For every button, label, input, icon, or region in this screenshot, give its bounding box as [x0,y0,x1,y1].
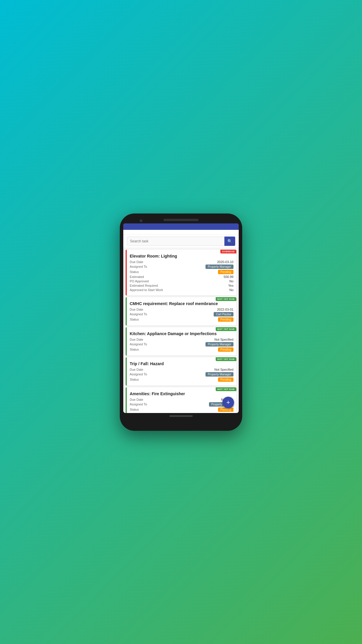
due-date-value: 2022-03-01 [217,308,233,311]
assigned-to-label: Assigned To [130,265,147,268]
due-date-label: Due Date [130,368,143,371]
phone-frame: 🔍 OVERDUE Elevator Room: Lighting Due Da… [120,214,242,431]
search-bar: 🔍 [123,235,239,248]
assignee-badge: Property Manager [205,342,233,346]
task-title: Trip / Fall: Hazard [130,361,233,366]
assignee-badge: Carl Paulse [214,312,233,316]
phone-speaker [164,219,198,221]
task-body: Amenities: Fire Extinguisher Due Date No… [127,387,236,413]
status-badge: NOT YET DUE [216,297,236,301]
phone-home-bar [169,415,193,417]
location-bar [123,230,239,235]
task-body: Elevator Room: Lighting Due Date 2020-03… [127,250,236,295]
task-title: Amenities: Fire Extinguisher [130,391,233,396]
status-badge: NOT YET DUE [216,357,236,361]
assigned-to-label: Assigned To [130,372,147,376]
estimated-value: 500.99 [224,275,233,279]
approved-start-value: No [229,288,233,292]
status-label: Status [130,318,139,321]
pending-badge: Pending [218,317,233,322]
phone-camera [140,219,143,222]
status-badge: OVERDUE [220,250,236,253]
approved-start-row: Approved to Start Work No [130,288,233,292]
po-approved-row: PO Approved No [130,279,233,283]
status-row: Status Pending [130,317,233,322]
status-label: Status [130,348,139,351]
due-date-row: Due Date 2022-03-01 [130,308,233,311]
estimated-required-value: Yes [228,284,233,287]
po-approved-value: No [229,279,233,283]
task-card[interactable]: NOT YET DUE Trip / Fall: Hazard Due Date… [126,357,236,386]
assignee-badge: Property Manager [205,372,233,377]
due-date-row: Due Date Not Specified [130,338,233,341]
assigned-to-label: Assigned To [130,402,147,406]
due-date-label: Due Date [130,308,143,311]
task-title: CMHC requirement: Replace roof membrance [130,301,233,306]
phone-screen: 🔍 OVERDUE Elevator Room: Lighting Due Da… [123,223,239,413]
due-date-row: Due Date Not Sp... [130,398,233,401]
assigned-to-label: Assigned To [130,312,147,316]
status-row: Status Pending [130,377,233,382]
status-badge: NOT YET DUE [216,387,236,391]
status-label: Status [130,270,139,274]
status-row: Status Pending [130,347,233,352]
due-date-row: Due Date 2020-03-10 [130,260,233,264]
search-icon: 🔍 [227,239,232,244]
task-body: Trip / Fall: Hazard Due Date Not Specifi… [127,357,236,386]
task-card[interactable]: NOT YET DUE CMHC requirement: Replace ro… [126,297,236,326]
due-date-value: 2020-03-10 [217,260,233,264]
assigned-to-row: Assigned To Property Manager [130,372,233,377]
estimated-row: Estimated 500.99 [130,275,233,279]
status-row: Status Pending [130,270,233,274]
pending-badge: Pending [218,377,233,382]
pending-badge: Pending [218,407,233,412]
task-title: Elevator Room: Lighting [130,254,233,258]
due-date-label: Due Date [130,260,143,264]
estimated-label: Estimated [130,275,144,279]
assignee-badge: Property Manager [205,265,233,269]
assigned-to-row: Assigned To Property Manager [130,342,233,346]
status-badge: NOT YET DUE [216,327,236,331]
add-task-fab[interactable]: + [222,397,234,408]
task-card[interactable]: OVERDUE Elevator Room: Lighting Due Date… [126,250,236,295]
assigned-to-row: Assigned To Property Man... [130,402,233,407]
task-body: CMHC requirement: Replace roof membrance… [127,297,236,326]
search-input[interactable] [127,237,224,246]
task-title: Kitchen: Appliance Damage or Imperfectio… [130,331,233,336]
status-label: Status [130,408,139,411]
approved-start-label: Approved to Start Work [130,288,163,292]
estimated-required-row: Estimated Required Yes [130,284,233,287]
due-date-label: Due Date [130,338,143,341]
due-date-value: Not Specified [215,338,233,341]
task-body: Kitchen: Appliance Damage or Imperfectio… [127,327,236,356]
assigned-to-row: Assigned To Property Manager [130,265,233,269]
assigned-to-row: Assigned To Carl Paulse [130,312,233,316]
tasks-list[interactable]: OVERDUE Elevator Room: Lighting Due Date… [123,248,239,413]
status-label: Status [130,378,139,381]
search-button[interactable]: 🔍 [224,237,235,246]
task-card[interactable]: NOT YET DUE Kitchen: Appliance Damage or… [126,327,236,356]
due-date-row: Due Date Not Specified [130,368,233,371]
status-row: Status Pending [130,407,233,412]
due-date-value: Not Specified [215,368,233,371]
pending-badge: Pending [218,270,233,274]
task-card[interactable]: NOT YET DUE Amenities: Fire Extinguisher… [126,387,236,413]
estimated-required-label: Estimated Required [130,284,158,287]
assigned-to-label: Assigned To [130,342,147,346]
pending-badge: Pending [218,347,233,352]
due-date-label: Due Date [130,398,143,401]
app-bar [123,225,239,230]
po-approved-label: PO Approved [130,279,149,283]
